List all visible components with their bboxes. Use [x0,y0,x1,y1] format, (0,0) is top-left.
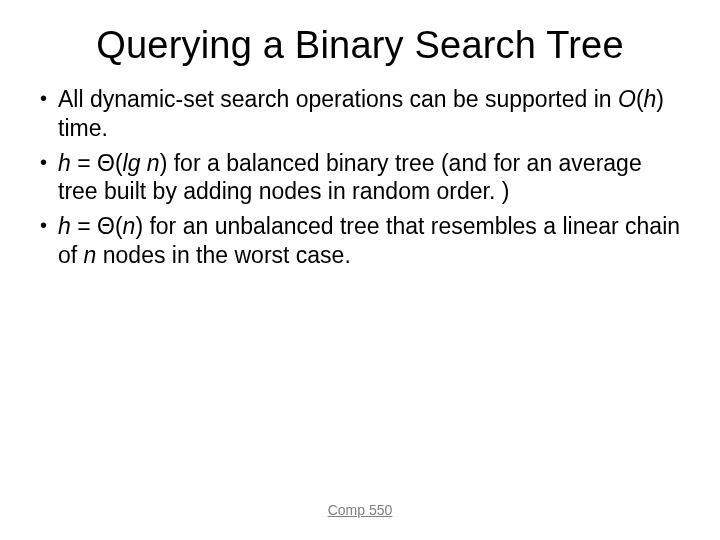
bullet-3: h = Θ(n) for an unbalanced tree that res… [36,212,684,270]
b1-h: h [644,86,657,112]
b1-paren-close: ) [656,86,664,112]
b3-n: n [123,213,136,239]
b3-eq: = [71,213,97,239]
b3-n2: n [84,242,97,268]
b1-text-pre: All dynamic-set search operations can be… [58,86,618,112]
b3-text-post2: nodes in the worst case. [96,242,350,268]
bullet-2: h = Θ(lg n) for a balanced binary tree (… [36,149,684,207]
b2-lgn: lg n [123,150,160,176]
b3-close: ) [135,213,143,239]
b2-theta: Θ( [97,150,123,176]
b2-h: h [58,150,71,176]
b1-paren-open: ( [636,86,644,112]
bullet-list: All dynamic-set search operations can be… [36,85,684,270]
b1-O: O [618,86,636,112]
footer-label: Comp 550 [0,502,720,518]
b2-eq: = [71,150,97,176]
b3-theta: Θ( [97,213,123,239]
b3-h: h [58,213,71,239]
b1-text-post: time. [58,115,108,141]
slide-title: Querying a Binary Search Tree [30,24,690,67]
slide: Querying a Binary Search Tree All dynami… [0,0,720,540]
bullet-1: All dynamic-set search operations can be… [36,85,684,143]
